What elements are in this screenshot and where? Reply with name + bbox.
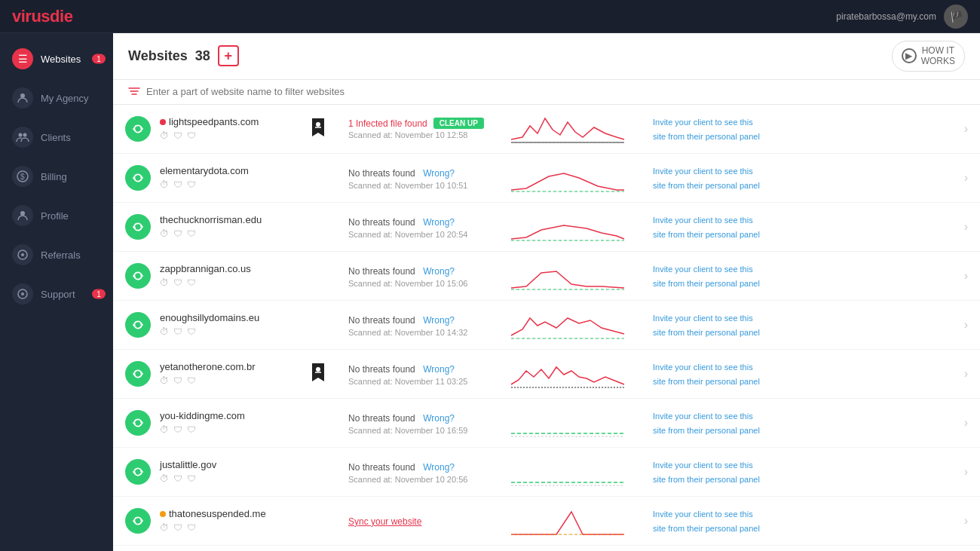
sync-website-link[interactable]: Sync your website — [348, 516, 421, 527]
websites-badge: 1 — [92, 54, 106, 64]
clock-icon: ⏱ — [160, 228, 169, 239]
sync-button[interactable] — [125, 508, 151, 534]
invite-link[interactable]: Invite your client to see thissite from … — [653, 510, 760, 532]
content-area: Websites 38 + ▶ HOW ITWORKS — [113, 33, 980, 551]
shield-icon: 🛡 — [173, 375, 182, 386]
sync-button[interactable] — [125, 312, 151, 338]
site-name-text[interactable]: lightspeedpants.com — [169, 116, 259, 127]
wrong-link[interactable]: Wrong? — [423, 462, 455, 473]
mini-chart — [511, 209, 632, 245]
shield-icon: 🛡 — [173, 326, 182, 337]
row-chevron[interactable]: › — [964, 514, 968, 528]
row-chevron[interactable]: › — [964, 220, 968, 234]
invite-link[interactable]: Invite your client to see thissite from … — [653, 363, 760, 385]
scan-time: Scanned at: November 10 16:59 — [348, 426, 499, 435]
logo: virusdie — [12, 7, 72, 26]
scan-status: No threats found Wrong? Scanned at: Nove… — [333, 313, 499, 337]
sync-icon — [131, 220, 145, 234]
sync-icon — [131, 367, 145, 381]
invite-link[interactable]: Invite your client to see thissite from … — [653, 314, 760, 336]
how-it-works-button[interactable]: ▶ HOW ITWORKS — [892, 41, 965, 72]
row-chevron[interactable]: › — [964, 465, 968, 479]
invite-col: Invite your client to see thissite from … — [644, 311, 795, 338]
sidebar-item-websites[interactable]: ☰ Websites 1 — [0, 39, 113, 78]
wrong-link[interactable]: Wrong? — [423, 364, 455, 375]
invite-link[interactable]: Invite your client to see thissite from … — [653, 167, 760, 189]
row-chevron[interactable]: › — [964, 416, 968, 430]
row-chevron[interactable]: › — [964, 367, 968, 381]
shield-icon: 🛡 — [173, 130, 182, 141]
avatar[interactable]: 🏴 — [944, 5, 968, 29]
site-name: thatonesuspended.me — [160, 508, 311, 519]
top-nav: virusdie piratebarbossa@my.com 🏴 — [0, 0, 980, 33]
table-row: thatonesuspended.me ⏱ 🛡 🛡 Sync your webs… — [113, 497, 980, 545]
site-icons: ⏱ 🛡 🛡 — [160, 326, 311, 337]
row-chevron[interactable]: › — [964, 122, 968, 136]
site-name-text[interactable]: thatonesuspended.me — [169, 508, 266, 519]
site-name-text[interactable]: thechucknorrisman.edu — [160, 214, 262, 225]
sync-button[interactable] — [125, 263, 151, 289]
shield-icon2: 🛡 — [187, 424, 196, 435]
site-name-text[interactable]: zappbrannigan.co.us — [160, 263, 251, 274]
scan-status: No threats found Wrong? Scanned at: Nove… — [333, 460, 499, 484]
scan-status: No threats found Wrong? Scanned at: Nove… — [333, 362, 499, 386]
site-info: zappbrannigan.co.us ⏱ 🛡 🛡 — [160, 263, 311, 288]
site-name: you-kiddingme.com — [160, 410, 311, 421]
invite-link[interactable]: Invite your client to see thissite from … — [653, 412, 760, 434]
wrong-link[interactable]: Wrong? — [423, 217, 455, 228]
billing-icon: $ — [12, 166, 33, 187]
infected-text: 1 Infected file found — [348, 118, 427, 129]
sync-button[interactable] — [125, 361, 151, 387]
sync-button[interactable] — [125, 116, 151, 142]
wrong-link[interactable]: Wrong? — [423, 266, 455, 277]
sidebar-label-agency: My Agency — [41, 93, 89, 104]
site-name-text[interactable]: justalittle.gov — [160, 459, 216, 470]
sidebar-label-profile: Profile — [41, 210, 69, 222]
how-it-works-label: HOW ITWORKS — [921, 45, 955, 67]
wrong-link[interactable]: Wrong? — [423, 413, 455, 424]
sidebar-item-billing[interactable]: $ Billing — [0, 157, 113, 196]
sidebar-item-profile[interactable]: Profile — [0, 196, 113, 235]
sync-icon — [131, 416, 145, 430]
add-website-button[interactable]: + — [218, 45, 239, 66]
row-chevron[interactable]: › — [964, 318, 968, 332]
status-dot-yellow — [160, 511, 166, 517]
sidebar-item-support[interactable]: Support 1 — [0, 274, 113, 314]
filter-input[interactable] — [146, 86, 965, 97]
row-chevron[interactable]: › — [964, 269, 968, 283]
play-icon: ▶ — [902, 48, 917, 63]
sync-button[interactable] — [125, 459, 151, 485]
site-name: enoughsillydomains.eu — [160, 312, 311, 323]
site-name-text[interactable]: enoughsillydomains.eu — [160, 312, 259, 323]
clients-icon — [12, 127, 33, 148]
cleanup-button[interactable]: Clean Up — [433, 118, 484, 129]
sidebar-item-referrals[interactable]: Referrals — [0, 235, 113, 274]
invite-link[interactable]: Invite your client to see thissite from … — [653, 216, 760, 238]
site-name-text[interactable]: elementarydota.com — [160, 165, 249, 176]
site-name-text[interactable]: you-kiddingme.com — [160, 410, 245, 421]
row-chevron[interactable]: › — [964, 171, 968, 185]
wrong-link[interactable]: Wrong? — [423, 168, 455, 179]
no-threats: No threats found — [348, 364, 415, 375]
sidebar-item-clients[interactable]: Clients — [0, 118, 113, 157]
shield-icon2: 🛡 — [187, 473, 196, 484]
status-dot-red — [160, 119, 166, 125]
sync-icon — [131, 269, 145, 283]
clock-icon: ⏱ — [160, 277, 169, 288]
site-name: zappbrannigan.co.us — [160, 263, 311, 274]
sync-button[interactable] — [125, 214, 151, 240]
invite-link[interactable]: Invite your client to see thissite from … — [653, 118, 760, 140]
site-name-text[interactable]: yetanotherone.com.br — [160, 361, 255, 372]
invite-link[interactable]: Invite your client to see thissite from … — [653, 461, 760, 483]
shield-icon2: 🛡 — [187, 326, 196, 337]
sync-button[interactable] — [125, 410, 151, 436]
shield-icon2: 🛡 — [187, 277, 196, 288]
wrong-link[interactable]: Wrong? — [423, 315, 455, 326]
site-info: elementarydota.com ⏱ 🛡 🛡 — [160, 165, 311, 190]
shield-icon2: 🛡 — [187, 522, 196, 533]
invite-link[interactable]: Invite your client to see thissite from … — [653, 265, 760, 287]
sidebar-item-agency[interactable]: My Agency — [0, 78, 113, 118]
website-list: lightspeedpants.com ⏱ 🛡 🛡 1 Infected fil… — [113, 105, 980, 551]
table-row: justalittle.gov ⏱ 🛡 🛡 No threats found W… — [113, 448, 980, 496]
sync-button[interactable] — [125, 165, 151, 191]
